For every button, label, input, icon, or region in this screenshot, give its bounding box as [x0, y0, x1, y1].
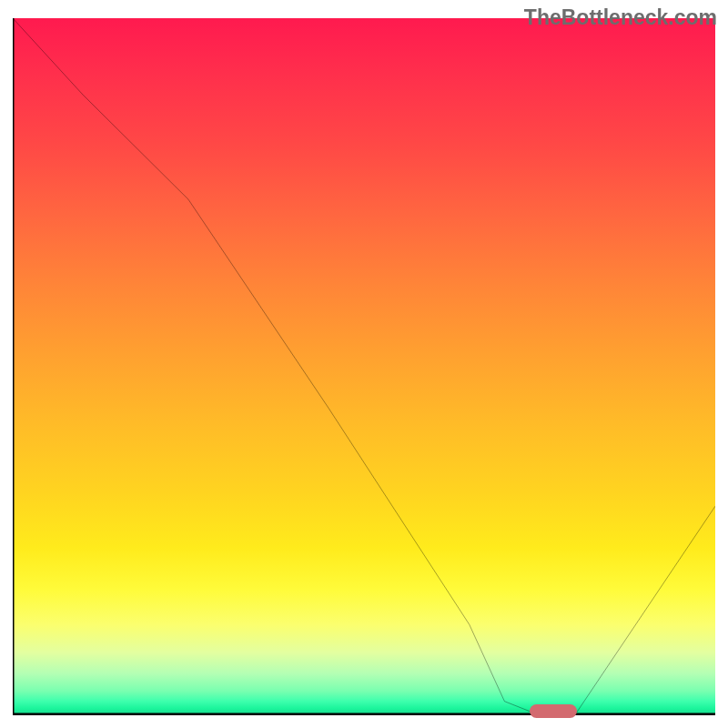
chart-plot-area [13, 18, 715, 715]
watermark-text: TheBottleneck.com [524, 5, 717, 30]
optimum-marker [530, 704, 577, 718]
chart-background-gradient [13, 18, 715, 715]
